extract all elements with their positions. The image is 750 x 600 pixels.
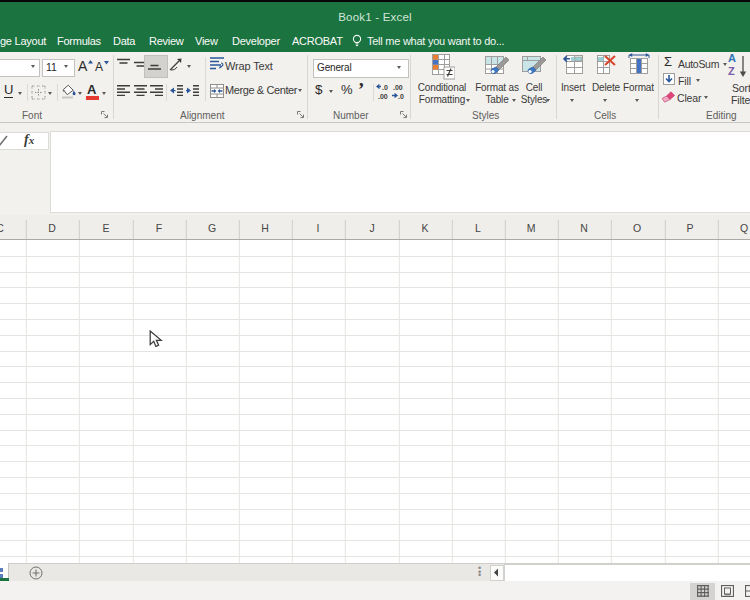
svg-text:.0: .0 bbox=[398, 93, 404, 100]
svg-text:.00: .00 bbox=[393, 84, 403, 91]
svg-text:.0: .0 bbox=[382, 84, 388, 91]
svg-text:.00: .00 bbox=[378, 93, 388, 100]
